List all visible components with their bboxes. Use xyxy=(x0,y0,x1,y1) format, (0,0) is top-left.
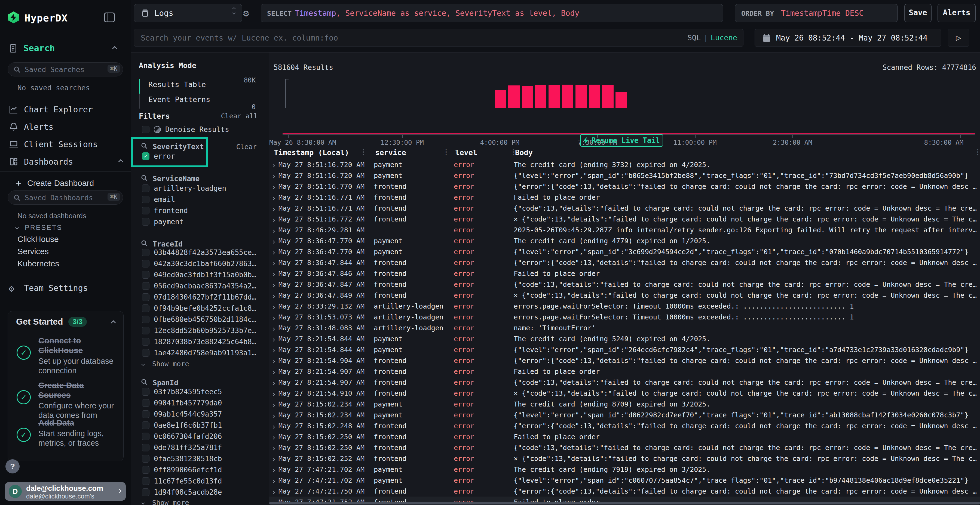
table-row[interactable]: May 27 8:46:29.281 AMerror2025-05-26T09:… xyxy=(269,224,980,235)
row-expand-icon[interactable] xyxy=(269,335,278,343)
denoise-checkbox[interactable] xyxy=(142,126,150,133)
filter-option[interactable]: 0ae8e1f6c6b37fb1 xyxy=(142,419,280,431)
table-row[interactable]: May 27 8:21:54.904 AMfrontenderror{"erro… xyxy=(269,355,980,366)
sidebar-item-alerts[interactable]: Alerts xyxy=(0,119,130,135)
row-expand-icon[interactable] xyxy=(269,324,278,332)
filter-option[interactable]: ✓error xyxy=(142,151,280,162)
table-row[interactable]: May 27 8:51:16.720 AMpaymenterror{"level… xyxy=(269,170,980,181)
user-profile-chip[interactable]: D dale@clickhouse.com dale@clickhouse.co… xyxy=(5,482,126,501)
alerts-button[interactable]: Alerts xyxy=(937,4,976,22)
table-row[interactable]: May 27 8:15:02.250 AMfrontenderrorFailed… xyxy=(269,431,980,442)
row-expand-icon[interactable] xyxy=(269,389,278,397)
row-expand-icon[interactable] xyxy=(269,313,278,321)
checkbox[interactable] xyxy=(142,349,150,357)
filter-option[interactable]: 0f94b9befe0b4252ccfa1c8… xyxy=(142,303,280,314)
row-expand-icon[interactable] xyxy=(269,346,278,354)
checkbox[interactable] xyxy=(142,444,150,451)
table-row[interactable]: May 27 8:21:54.907 AMfrontenderror{"code… xyxy=(269,377,980,388)
checkbox[interactable] xyxy=(142,249,150,256)
filter-option[interactable]: 03f7b824595feec5 xyxy=(142,386,280,397)
mode-results-table[interactable]: Results Table xyxy=(148,80,206,89)
span-show-more[interactable]: Show more xyxy=(142,499,189,505)
mode-event-patterns[interactable]: Event Patterns xyxy=(148,95,210,104)
col-service[interactable]: service xyxy=(375,148,406,157)
filter-option[interactable]: frontend xyxy=(142,205,280,216)
table-row[interactable]: May 27 7:47:21.702 AMpaymenterrorThe cre… xyxy=(269,464,980,475)
row-expand-icon[interactable] xyxy=(269,161,278,169)
column-resize-handle[interactable]: ⋮ xyxy=(442,148,450,156)
sidebar-item-team-settings[interactable]: ⚙ Team Settings xyxy=(0,280,130,296)
row-expand-icon[interactable] xyxy=(269,226,278,234)
row-expand-icon[interactable] xyxy=(269,411,278,419)
sidebar-item-services[interactable]: Services xyxy=(18,247,49,256)
sql-toggle[interactable]: SQL xyxy=(687,33,701,42)
table-row[interactable]: May 27 8:51:16.772 AMfrontenderror× {"co… xyxy=(269,214,980,224)
row-expand-icon[interactable] xyxy=(269,433,278,441)
column-resize-handle[interactable]: ⋮ xyxy=(360,148,367,156)
row-expand-icon[interactable] xyxy=(269,422,278,430)
table-row[interactable]: May 27 8:21:54.910 AMfrontenderror× {"co… xyxy=(269,388,980,399)
checkbox[interactable] xyxy=(142,455,150,462)
row-expand-icon[interactable] xyxy=(269,291,278,299)
sidebar-item-chart-explorer[interactable]: Chart Explorer xyxy=(0,101,130,118)
checkbox[interactable]: ✓ xyxy=(142,152,150,160)
checkbox[interactable] xyxy=(142,338,150,346)
filter-option[interactable]: 1d94f08c5acdb28e xyxy=(142,486,280,498)
row-expand-icon[interactable] xyxy=(269,259,278,267)
table-row[interactable]: May 27 7:47:21.702 AMpaymenterror{"level… xyxy=(269,475,980,486)
table-row[interactable]: May 27 8:31:48.083 AMartillery-loadgener… xyxy=(269,322,980,333)
checkbox[interactable] xyxy=(142,260,150,267)
filter-option[interactable]: 07d184304627bf2f11b67dd… xyxy=(142,291,280,303)
table-row[interactable]: May 27 8:15:02.250 AMfrontenderror{"code… xyxy=(269,442,980,453)
filter-option[interactable]: payment xyxy=(142,216,280,227)
col-timestamp[interactable]: Timestamp (Local) xyxy=(274,148,349,157)
row-expand-icon[interactable] xyxy=(269,444,278,452)
table-row[interactable]: May 27 8:33:29.132 AMartillery-loadgener… xyxy=(269,301,980,311)
source-select[interactable]: Logs xyxy=(134,4,242,22)
table-row[interactable]: May 27 8:15:02.234 AMpaymenterrorThe cre… xyxy=(269,399,980,410)
filter-option[interactable]: 09041fb457779da0 xyxy=(142,397,280,408)
filter-option[interactable]: 049ed0ac3fdb1f3f15a0b0b… xyxy=(142,269,280,280)
table-row[interactable]: May 27 8:51:16.720 AMpaymenterrorThe cre… xyxy=(269,159,980,170)
presets-toggle[interactable]: PRESETS xyxy=(16,224,62,232)
sidebar-item-search[interactable]: Search xyxy=(8,43,123,54)
filter-option[interactable]: email xyxy=(142,194,280,205)
filter-option[interactable]: 0de781ff325a781f xyxy=(142,442,280,453)
row-expand-icon[interactable] xyxy=(269,248,278,256)
sidebar-item-kubernetes[interactable]: Kubernetes xyxy=(18,259,59,268)
table-row[interactable]: May 27 8:51:16.771 AMfrontenderror{"code… xyxy=(269,203,980,214)
sidebar-item-dashboards[interactable]: Dashboards xyxy=(0,154,130,170)
table-options-icon[interactable]: ⋮ xyxy=(974,148,980,156)
checkbox[interactable] xyxy=(142,316,150,323)
sidebar-item-clickhouse[interactable]: ClickHouse xyxy=(18,235,59,244)
row-expand-icon[interactable] xyxy=(269,237,278,245)
query-settings-gear-icon[interactable]: ⚙ xyxy=(243,8,249,19)
table-row[interactable]: May 27 8:15:02.248 AMfrontenderror{"erro… xyxy=(269,420,980,431)
saved-dashboards-input[interactable]: Saved Dashboards ⌘K xyxy=(8,191,123,205)
search-icon[interactable] xyxy=(141,175,148,183)
filter-option[interactable]: 03b44828f42a3573ea655ce… xyxy=(142,247,280,258)
table-row[interactable]: May 27 8:36:47.847 AMfrontenderror{"code… xyxy=(269,279,980,290)
row-expand-icon[interactable] xyxy=(269,172,278,179)
checkbox[interactable] xyxy=(142,488,150,496)
checkbox[interactable] xyxy=(142,433,150,440)
checkbox[interactable] xyxy=(142,388,150,395)
query-language-toggle[interactable]: SQL|Lucene xyxy=(687,33,737,42)
help-button[interactable]: ? xyxy=(5,459,20,473)
filter-option[interactable]: 0ff8990066efcf1d xyxy=(142,464,280,475)
saved-searches-input[interactable]: Saved Searches ⌘K xyxy=(8,62,123,76)
resume-live-tail-button[interactable]: Resume Live Tail xyxy=(580,134,663,147)
search-input[interactable] xyxy=(134,29,743,46)
checkbox[interactable] xyxy=(142,327,150,334)
denoise-filter[interactable]: Denoise Results xyxy=(142,125,229,133)
sidebar-collapse-icon[interactable] xyxy=(104,13,115,22)
row-expand-icon[interactable] xyxy=(269,378,278,386)
row-expand-icon[interactable] xyxy=(269,368,278,375)
checkbox[interactable] xyxy=(142,399,150,407)
table-row[interactable]: May 27 8:21:54.907 AMfrontenderrorFailed… xyxy=(269,366,980,377)
table-row[interactable]: May 27 8:36:47.770 AMpaymenterror{"level… xyxy=(269,246,980,257)
sidebar-item-client-sessions[interactable]: Client Sessions xyxy=(0,136,130,152)
horizontal-scrollbar[interactable] xyxy=(269,502,980,505)
filter-option[interactable]: 056cd9acbaac8637a4354a2… xyxy=(142,280,280,291)
col-body[interactable]: Body xyxy=(515,148,533,157)
